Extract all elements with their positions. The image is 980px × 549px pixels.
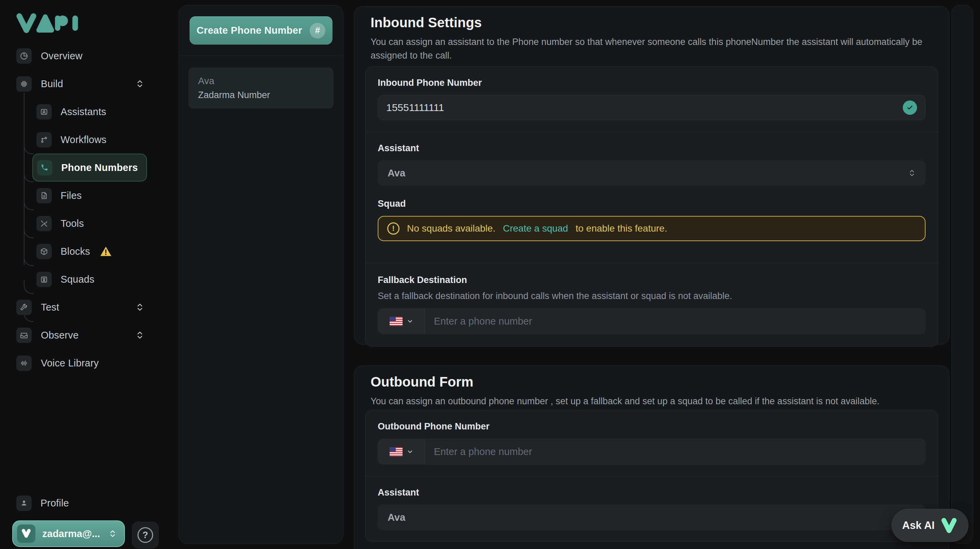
help-button[interactable]: ?: [132, 522, 159, 548]
sidebar-item-test[interactable]: Test: [0, 293, 179, 321]
sidebar-item-squads[interactable]: Squads: [0, 265, 179, 293]
chevrons-up-down-icon[interactable]: [135, 302, 144, 313]
phone-number-name: Ava: [198, 76, 324, 86]
tray-icon: [16, 328, 32, 343]
fallback-destination-description: Set a fallback destination for inbound c…: [378, 291, 926, 302]
ask-ai-button[interactable]: Ask AI: [891, 509, 969, 542]
sidebar-item-profile[interactable]: Profile: [16, 489, 69, 517]
assistant-label: Assistant: [378, 143, 926, 153]
outbound-phone-number-label: Outbound Phone Number: [378, 421, 926, 432]
sidebar-item-label: Voice Library: [41, 357, 99, 369]
outbound-phone-field: [378, 439, 926, 464]
sidebar-item-label: Build: [41, 78, 63, 89]
account-menu-button[interactable]: zadarma@...: [12, 520, 125, 547]
fallback-phone-input[interactable]: [425, 308, 925, 334]
inbound-settings-section: Inbound Settings You can assign an assis…: [354, 6, 950, 345]
check-circle-icon: [903, 101, 917, 115]
squad-warning-text: No squads available.: [407, 223, 495, 234]
sidebar-item-label: Blocks: [60, 246, 90, 257]
sidebar-item-label: Tools: [60, 218, 84, 229]
assistant-select[interactable]: Ava: [378, 160, 926, 186]
profile-icon: [16, 496, 32, 511]
inbound-phone-number-label: Inbound Phone Number: [378, 78, 926, 88]
pie-chart-icon: [16, 48, 32, 64]
fallback-phone-field: [378, 308, 926, 334]
chevrons-up-down-icon: [108, 528, 117, 539]
right-rail-panel: [951, 5, 973, 544]
assistant-squad-row: Assistant Ava Squad ! No squads availabl…: [366, 132, 938, 263]
inbound-phone-number-row: Inbound Phone Number: [366, 67, 938, 132]
waveform-icon: [16, 356, 32, 371]
phone-number-provider: Zadarma Number: [198, 90, 324, 101]
sidebar-item-label: Files: [60, 190, 82, 201]
id-card-icon: [37, 272, 52, 287]
sidebar-item-workflows[interactable]: Workflows: [0, 126, 179, 153]
sidebar-item-tools[interactable]: Tools: [0, 209, 179, 237]
sidebar-item-observe[interactable]: Observe: [0, 321, 179, 349]
outbound-assistant-value: Ava: [388, 512, 405, 523]
sidebar-item-blocks[interactable]: Blocks: [0, 237, 179, 265]
country-select[interactable]: [378, 439, 425, 464]
sidebar-nav: Overview Build: [0, 42, 179, 377]
file-icon: [37, 188, 52, 203]
sidebar-item-label: Workflows: [60, 134, 107, 145]
us-flag-icon: [390, 317, 402, 326]
outbound-form-title: Outbound Form: [371, 374, 933, 389]
outbound-form-description: You can assign an outbound phone number …: [371, 394, 930, 408]
sidebar-item-files[interactable]: Files: [0, 182, 179, 209]
create-squad-link[interactable]: Create a squad: [503, 223, 568, 234]
phone-panel-header: Create Phone Number #: [179, 5, 343, 56]
hash-icon: #: [310, 23, 325, 38]
squad-warning-suffix: to enable this feature.: [576, 223, 667, 234]
alert-circle-icon: !: [387, 222, 399, 235]
assistant-card-icon: [37, 104, 52, 120]
sidebar: Overview Build: [0, 0, 179, 549]
outbound-assistant-label: Assistant: [378, 487, 926, 498]
sidebar-item-label: Observe: [41, 330, 79, 341]
vapi-logo: [16, 12, 78, 34]
sidebar-item-label: Overview: [41, 50, 82, 62]
create-phone-number-button[interactable]: Create Phone Number #: [189, 16, 332, 45]
inbound-settings-form: Inbound Phone Number Assistant Ava: [365, 66, 938, 347]
workflow-icon: [37, 132, 52, 147]
sidebar-item-overview[interactable]: Overview: [0, 42, 179, 70]
chevrons-up-down-icon[interactable]: [135, 78, 144, 89]
sidebar-item-label: Assistants: [60, 106, 106, 118]
cube-icon: [37, 244, 52, 259]
outbound-form-section: Outbound Form You can assign an outbound…: [354, 365, 950, 549]
squad-warning-banner: ! No squads available. Create a squad to…: [378, 216, 926, 241]
warning-triangle-icon: [100, 246, 112, 257]
sidebar-item-build[interactable]: Build: [0, 70, 179, 98]
inbound-phone-number-input[interactable]: [386, 102, 896, 113]
inbound-phone-number-field: [378, 95, 926, 120]
sidebar-item-phone-numbers[interactable]: Phone Numbers: [0, 153, 179, 182]
phone-number-list-item[interactable]: Ava Zadarma Number: [189, 67, 334, 109]
us-flag-icon: [390, 447, 402, 456]
outbound-assistant-row: Assistant Ava: [366, 476, 938, 541]
phone-numbers-panel: Create Phone Number # Ava Zadarma Number: [179, 5, 343, 544]
fallback-destination-label: Fallback Destination: [378, 275, 926, 286]
question-mark-icon: ?: [137, 527, 153, 543]
chevrons-up-down-icon: [908, 168, 916, 178]
inbound-settings-title: Inbound Settings: [371, 14, 933, 30]
sidebar-item-assistants[interactable]: Assistants: [0, 98, 179, 126]
outbound-assistant-select[interactable]: Ava: [378, 505, 926, 530]
wrench-icon: [16, 300, 32, 315]
chevrons-up-down-icon[interactable]: [135, 329, 144, 341]
phone-number-list: Ava Zadarma Number: [179, 56, 343, 120]
country-select[interactable]: [378, 308, 425, 334]
phone-icon: [37, 160, 52, 176]
fallback-destination-row: Fallback Destination Set a fallback dest…: [366, 263, 938, 346]
outbound-phone-number-row: Outbound Phone Number: [366, 410, 938, 476]
sidebar-item-label: Squads: [60, 274, 95, 285]
vapi-v-icon: [940, 517, 958, 534]
squad-label: Squad: [378, 199, 926, 209]
outbound-phone-input[interactable]: [425, 439, 925, 464]
account-email: zadarma@...: [42, 528, 102, 539]
tools-icon: [37, 216, 52, 231]
chip-icon: [16, 76, 32, 92]
outbound-form: Outbound Phone Number Assistant Ava: [365, 410, 938, 542]
assistant-select-value: Ava: [388, 168, 405, 179]
sidebar-item-label: Test: [41, 302, 59, 313]
sidebar-item-voice-library[interactable]: Voice Library: [0, 349, 179, 377]
